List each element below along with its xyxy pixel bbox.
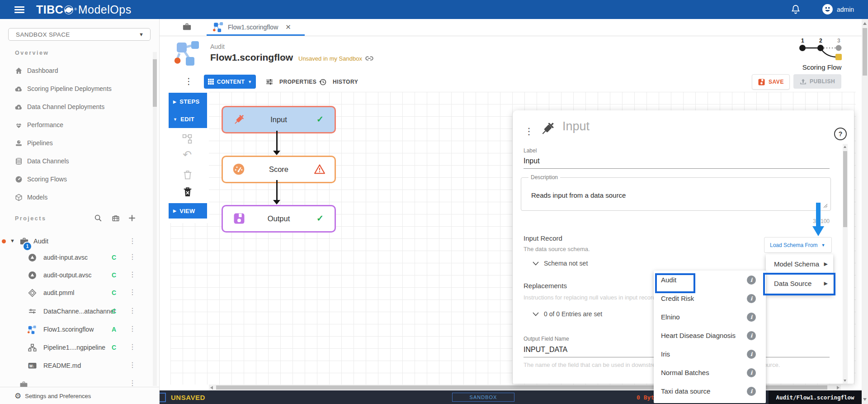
expand-caret-icon[interactable]: ▼ xyxy=(10,238,15,243)
sidebar-item-scoring-pipeline-deployments[interactable]: Scoring Pipeline Deployments xyxy=(0,82,167,95)
sidebar-scrollbar[interactable] xyxy=(153,52,157,386)
panel-kebab-menu-icon[interactable]: ⋮ xyxy=(524,126,533,137)
panel-scrollbar-thumb[interactable] xyxy=(843,151,847,227)
help-icon[interactable]: ? xyxy=(834,128,847,140)
submenu-item-elnino[interactable]: Elnino i xyxy=(654,308,766,326)
sidebar-item-models[interactable]: Models xyxy=(0,191,167,204)
file-row[interactable]: M↓ README.md ⋮ xyxy=(0,361,152,373)
close-icon[interactable]: ✕ xyxy=(285,23,291,31)
notifications-bell-icon[interactable] xyxy=(790,4,801,15)
archive-box-icon[interactable] xyxy=(112,214,120,222)
scroll-up-arrow[interactable] xyxy=(844,146,846,148)
project-row-audit[interactable]: ▼ 1 Audit ⋮ xyxy=(0,235,152,248)
rail-edit-button[interactable]: ▼ EDIT xyxy=(169,110,207,128)
label-field-value[interactable]: Input xyxy=(524,157,540,165)
menu-item-data-source[interactable]: Data Source ▶ xyxy=(766,273,833,294)
file-row[interactable]: audit.pmml C ⋮ xyxy=(0,288,152,300)
info-icon[interactable]: i xyxy=(747,294,756,303)
panel-scrollbar[interactable] xyxy=(843,144,848,384)
add-project-icon[interactable] xyxy=(128,214,136,222)
flow-stepper[interactable]: 1 2 3 xyxy=(795,36,849,62)
hamburger-menu-icon[interactable] xyxy=(14,5,24,14)
scroll-right-arrow[interactable] xyxy=(837,386,840,390)
page-scrollbar[interactable] xyxy=(862,19,868,404)
node-input[interactable]: Input ✓ xyxy=(222,106,336,133)
kebab-menu-icon[interactable]: ⋮ xyxy=(129,325,136,333)
node-output[interactable]: Output ✓ xyxy=(222,205,336,233)
sidebar-item-data-channel-deployments[interactable]: Data Channel Deployments xyxy=(0,100,167,113)
submenu-item-iris[interactable]: Iris i xyxy=(654,345,766,363)
file-row[interactable]: audit-output.avsc C ⋮ xyxy=(0,270,152,283)
tab-flow1-scoringflow[interactable]: Flow1.scoringflow ✕ xyxy=(212,21,291,33)
scroll-down-arrow[interactable] xyxy=(844,380,846,382)
history-tab[interactable]: HISTORY xyxy=(319,75,358,89)
sidebar-scrollbar-thumb[interactable] xyxy=(153,59,157,107)
sidebar-item-performance[interactable]: Performance xyxy=(0,119,167,131)
submenu-arrow-icon: ▶ xyxy=(824,261,828,267)
info-icon[interactable]: i xyxy=(747,276,756,285)
kebab-menu-icon[interactable]: ⋮ xyxy=(129,343,136,351)
file-row[interactable]: audit-input.avsc C ⋮ xyxy=(0,252,152,265)
gear-icon: ⚙ xyxy=(14,391,21,401)
node-score[interactable]: Score xyxy=(222,156,336,183)
description-field-value[interactable]: Reads input from a data source xyxy=(531,191,626,199)
schema-collapse-row[interactable]: Schema not set xyxy=(533,260,588,267)
sidebar-item-scoring-flows[interactable]: Scoring Flows xyxy=(0,173,167,185)
project-row-partial[interactable]: ⋮ xyxy=(0,379,152,387)
resize-handle-icon[interactable] xyxy=(823,204,828,208)
file-row[interactable]: DataChanne...atachannel C ⋮ xyxy=(0,306,152,319)
sidebar-item-pipelines[interactable]: Pipelines xyxy=(0,137,167,149)
load-schema-menu: Model Schema ▶ Data Source ▶ xyxy=(766,254,833,295)
user-menu[interactable]: admin xyxy=(822,4,854,15)
info-icon[interactable]: i xyxy=(747,313,756,322)
submenu-item-heart-disease-diagnosis[interactable]: Heart Disease Diagnosis i xyxy=(654,326,766,345)
rail-view-button[interactable]: ▶ VIEW xyxy=(169,203,207,219)
sidebar-item-dashboard[interactable]: Dashboard xyxy=(0,64,167,77)
scroll-left-arrow[interactable] xyxy=(210,386,213,390)
submenu-item-normal-batches[interactable]: Normal Batches i xyxy=(654,363,766,382)
save-button[interactable]: SAVE xyxy=(752,74,790,90)
entries-collapse-row[interactable]: 0 of 0 Entries are set xyxy=(533,310,602,318)
search-icon[interactable] xyxy=(94,214,102,222)
settings-row[interactable]: ⚙ Settings and Preferences xyxy=(0,387,159,404)
kebab-menu-icon[interactable]: ⋮ xyxy=(129,253,136,261)
submenu-item-credit-risk[interactable]: Credit Risk i xyxy=(654,289,766,308)
page-scrollbar-thumb[interactable] xyxy=(863,28,867,76)
file-row[interactable]: Pipeline1....ngpipeline C ⋮ xyxy=(0,342,152,355)
rail-steps-button[interactable]: ▶ STEPS xyxy=(169,93,207,110)
submenu-item-audit[interactable]: Audit i xyxy=(654,271,766,289)
delete-forever-icon[interactable] xyxy=(183,187,192,197)
history-clock-icon xyxy=(319,78,326,86)
flow-edge xyxy=(276,180,278,200)
sidebar-item-data-channels[interactable]: Data Channels xyxy=(0,155,167,167)
content-tab-button[interactable]: CONTENT ▼ xyxy=(204,75,256,89)
scroll-down-arrow[interactable] xyxy=(863,398,867,401)
menu-item-model-schema[interactable]: Model Schema ▶ xyxy=(766,254,833,273)
load-schema-from-button[interactable]: Load Schema From ▼ xyxy=(764,237,832,253)
undo-icon[interactable]: ↶ xyxy=(183,149,192,160)
output-field-value[interactable]: INPUT_DATA xyxy=(524,346,567,354)
file-row-flow1-scoringflow[interactable]: Flow1.scoringflow A ⋮ xyxy=(0,324,152,337)
info-icon[interactable]: i xyxy=(747,368,756,377)
kebab-menu-icon[interactable]: ⋮ xyxy=(129,238,136,245)
submenu-item-taxi-data-source[interactable]: Taxi data source i xyxy=(654,382,766,400)
link-icon[interactable] xyxy=(364,53,374,63)
description-field[interactable]: Description Reads input from a data sour… xyxy=(521,177,831,211)
flow-kebab-menu-icon[interactable]: ⋮ xyxy=(184,76,193,86)
properties-tab[interactable]: PROPERTIES xyxy=(266,75,316,89)
kebab-menu-icon[interactable]: ⋮ xyxy=(129,380,136,387)
kebab-menu-icon[interactable]: ⋮ xyxy=(129,307,136,314)
group-steps-icon[interactable] xyxy=(182,134,192,144)
submenu-item-label: Elnino xyxy=(661,313,680,321)
info-icon[interactable]: i xyxy=(747,331,756,340)
publish-button-disabled[interactable]: PUBLISH xyxy=(793,74,841,89)
space-selector[interactable]: SANDBOX SPACE ▼ xyxy=(8,28,151,41)
kebab-menu-icon[interactable]: ⋮ xyxy=(129,361,136,369)
trash-icon[interactable] xyxy=(183,170,192,180)
workspace-briefcase-icon[interactable] xyxy=(182,22,192,32)
info-icon[interactable]: i xyxy=(747,387,756,396)
info-icon[interactable]: i xyxy=(747,350,756,359)
kebab-menu-icon[interactable]: ⋮ xyxy=(129,271,136,278)
scroll-up-arrow[interactable] xyxy=(863,22,867,25)
kebab-menu-icon[interactable]: ⋮ xyxy=(129,289,136,296)
